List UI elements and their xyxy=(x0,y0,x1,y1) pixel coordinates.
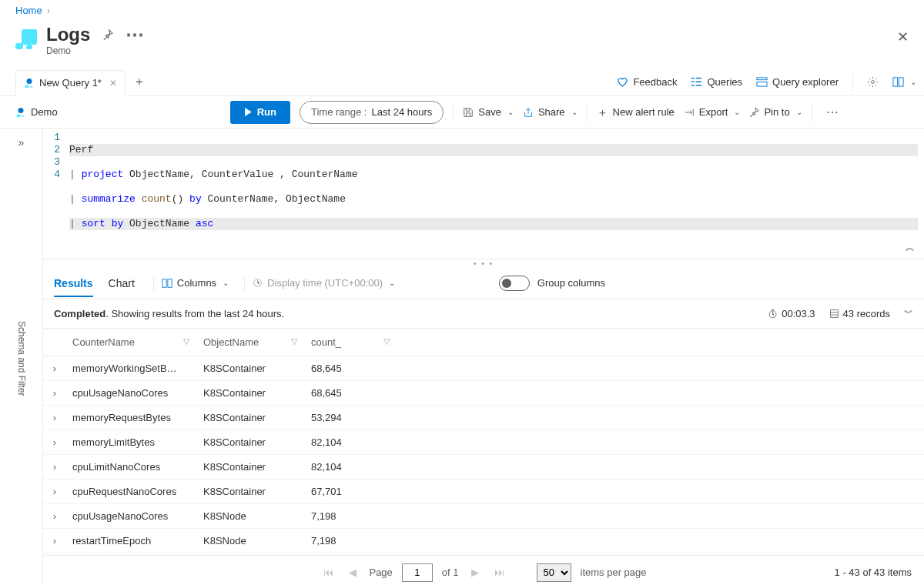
prev-page-icon[interactable]: ◀ xyxy=(346,567,360,578)
code-area[interactable]: Perf | project ObjectName, CounterValue … xyxy=(66,129,924,259)
row-expand-icon[interactable]: › xyxy=(43,381,66,406)
tab-results[interactable]: Results xyxy=(54,277,93,297)
page-of-label: of 1 xyxy=(442,567,459,578)
status-expand-button[interactable]: ︾ xyxy=(904,307,913,320)
main-content: » Schema and Filter 1 2 3 4 Perf | proje… xyxy=(0,129,924,585)
query-editor[interactable]: 1 2 3 4 Perf | project ObjectName, Count… xyxy=(43,129,924,259)
toolbar-more-button[interactable]: ⋯ xyxy=(822,105,843,119)
cell-countername: memoryLimitBytes xyxy=(66,430,197,455)
pin-to-button[interactable]: Pin to ⌄ xyxy=(749,106,802,118)
filter-icon[interactable]: ▽ xyxy=(291,336,297,346)
close-icon[interactable]: ✕ xyxy=(897,28,909,45)
share-button[interactable]: Share ⌄ xyxy=(523,106,578,118)
chevron-down-icon: ⌄ xyxy=(734,108,740,116)
scope-label: Demo xyxy=(31,106,58,118)
panel-layout-button[interactable]: ⌄ xyxy=(892,76,916,88)
filter-icon[interactable]: ▽ xyxy=(183,336,189,346)
svg-point-14 xyxy=(18,107,24,112)
next-page-icon[interactable]: ▶ xyxy=(468,567,482,578)
cell-objectname: K8SContainer xyxy=(197,455,305,480)
column-label: count_ xyxy=(311,336,341,348)
page-input[interactable] xyxy=(402,563,433,582)
time-range-label: Time range : xyxy=(311,106,367,118)
settings-button[interactable] xyxy=(867,76,879,88)
line-number: 3 xyxy=(43,156,60,169)
run-button[interactable]: Run xyxy=(230,101,290,124)
table-row[interactable]: ›cpuRequestNanoCoresK8SContainer67,701 xyxy=(43,480,924,504)
svg-rect-2 xyxy=(30,85,33,88)
queries-button[interactable]: Queries xyxy=(691,76,742,88)
chevron-down-icon: ⌄ xyxy=(910,78,916,86)
pager-range: 1 - 43 of 43 items xyxy=(835,567,912,578)
collapse-editor-button[interactable]: ︽ xyxy=(906,241,915,254)
table-column-count[interactable]: count_ ▽ xyxy=(305,329,397,356)
table-row[interactable]: ›restartTimeEpochK8SNode7,198 xyxy=(43,529,924,553)
svg-rect-7 xyxy=(696,82,702,82)
table-expand-header xyxy=(43,329,66,356)
cell-count: 7,198 xyxy=(305,504,397,529)
new-alert-rule-button[interactable]: ＋ New alert rule xyxy=(597,106,675,118)
row-expand-icon[interactable]: › xyxy=(43,406,66,430)
pin-icon xyxy=(749,107,759,117)
table-column-countername[interactable]: CounterName ▽ xyxy=(66,329,197,356)
filter-icon[interactable]: ▽ xyxy=(383,336,390,346)
table-row[interactable]: ›memoryWorkingSetB…K8SContainer68,645 xyxy=(43,356,924,381)
pin-icon[interactable] xyxy=(102,29,113,40)
gear-icon xyxy=(867,76,879,88)
cell-objectname: K8SContainer xyxy=(197,406,305,430)
panels-icon xyxy=(892,76,904,88)
chevron-down-icon: ⌄ xyxy=(389,279,395,287)
row-expand-icon[interactable]: › xyxy=(43,480,66,504)
breadcrumb-home-link[interactable]: Home xyxy=(15,5,42,16)
tab-chart[interactable]: Chart xyxy=(109,277,135,297)
table-row[interactable]: ›memoryRequestBytesK8SContainer53,294 xyxy=(43,406,924,430)
status-completed: Completed xyxy=(54,308,105,319)
cell-objectname: K8SContainer xyxy=(197,430,305,455)
play-icon xyxy=(244,108,253,116)
resize-handle[interactable]: • • • xyxy=(43,259,924,267)
chevron-down-icon: ⌄ xyxy=(223,279,229,287)
row-expand-icon[interactable]: › xyxy=(43,529,66,553)
side-rail-label[interactable]: Schema and Filter xyxy=(0,129,42,585)
tab-close-icon[interactable]: ✕ xyxy=(109,78,117,89)
row-expand-icon[interactable]: › xyxy=(43,504,66,529)
scope-picker[interactable]: Demo xyxy=(15,106,58,118)
row-expand-icon[interactable]: › xyxy=(43,430,66,455)
group-columns-toggle[interactable] xyxy=(499,276,530,291)
cell-count: 68,645 xyxy=(305,356,397,381)
tab-query-1[interactable]: New Query 1* ✕ xyxy=(15,70,126,96)
svg-rect-4 xyxy=(691,82,695,82)
display-time-button[interactable]: Display time (UTC+00:00) ⌄ xyxy=(244,276,395,291)
last-page-icon[interactable]: ⏭ xyxy=(491,567,507,578)
svg-rect-8 xyxy=(696,85,702,85)
first-page-icon[interactable]: ⏮ xyxy=(320,567,336,578)
time-range-picker[interactable]: Time range : Last 24 hours xyxy=(300,101,444,124)
row-expand-icon[interactable]: › xyxy=(43,356,66,381)
add-tab-button[interactable]: ＋ xyxy=(129,72,150,93)
page-title: Logs xyxy=(46,24,90,45)
export-button[interactable]: Export ⌄ xyxy=(684,106,741,118)
columns-button[interactable]: Columns ⌄ xyxy=(153,276,229,291)
table-row[interactable]: ›cpuUsageNanoCoresK8SContainer68,645 xyxy=(43,381,924,406)
svg-rect-9 xyxy=(757,78,767,80)
save-button[interactable]: Save ⌄ xyxy=(463,106,514,118)
save-icon xyxy=(463,107,474,118)
svg-rect-5 xyxy=(691,85,695,85)
table-column-objectname[interactable]: ObjectName ▽ xyxy=(197,329,305,356)
export-label: Export xyxy=(699,106,728,118)
cell-countername: cpuRequestNanoCores xyxy=(66,480,197,504)
column-label: CounterName xyxy=(72,336,135,348)
chevron-down-icon: ⌄ xyxy=(507,108,514,116)
page-size-select[interactable]: 50 xyxy=(537,563,571,582)
table-row[interactable]: ›cpuLimitNanoCoresK8SContainer82,104 xyxy=(43,455,924,480)
heart-icon xyxy=(617,76,628,88)
time-range-value: Last 24 hours xyxy=(371,106,432,118)
table-row[interactable]: ›memoryLimitBytesK8SContainer82,104 xyxy=(43,430,924,455)
scope-icon xyxy=(15,107,26,118)
query-explorer-button[interactable]: Query explorer xyxy=(756,76,839,88)
table-row[interactable]: ›cpuUsageNanoCoresK8SNode7,198 xyxy=(43,504,924,529)
cell-count: 53,294 xyxy=(305,406,397,430)
more-icon[interactable]: ⋯ xyxy=(126,24,144,45)
row-expand-icon[interactable]: › xyxy=(43,455,66,480)
feedback-button[interactable]: Feedback xyxy=(617,76,677,88)
